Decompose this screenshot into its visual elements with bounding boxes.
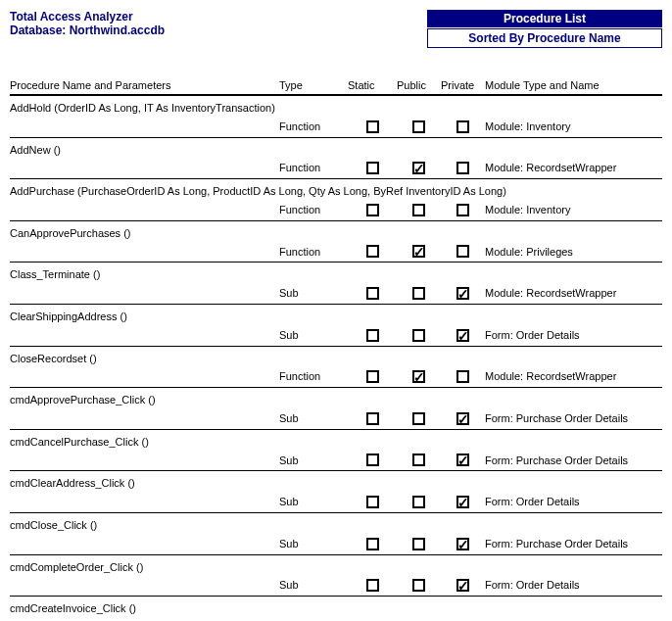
private-checkbox <box>441 411 485 425</box>
public-checkbox <box>397 495 441 508</box>
procedure-row: FunctionModule: RecordsetWrapper <box>10 368 662 386</box>
public-checkbox <box>397 119 441 133</box>
procedure-group: Class_Terminate ()SubModule: RecordsetWr… <box>10 263 662 305</box>
static-checkbox <box>348 579 397 593</box>
module-value: Form: Order Details <box>485 329 662 341</box>
procedure-name: CloseRecordset () <box>10 353 662 368</box>
type-value: Function <box>279 120 348 132</box>
private-checkbox <box>441 162 485 175</box>
module-value: Module: Inventory <box>485 120 662 132</box>
public-checkbox <box>397 286 441 300</box>
type-value: Function <box>279 162 348 173</box>
static-checkbox <box>348 537 397 550</box>
procedure-group: CloseRecordset ()FunctionModule: Records… <box>10 347 662 389</box>
procedure-row: SubForm: Order Details <box>10 493 662 510</box>
procedure-name: AddPurchase (PurchaseOrderID As Long, Pr… <box>10 185 662 201</box>
db-name: Northwind.accdb <box>70 24 165 37</box>
procedure-row: FunctionModule: Inventory <box>10 118 662 135</box>
procedure-name: AddNew () <box>10 144 662 160</box>
procedure-group: AddNew ()FunctionModule: RecordsetWrappe… <box>10 138 662 180</box>
db-label: Database: <box>10 24 66 37</box>
type-value: Function <box>279 370 348 382</box>
procedure-row: SubForm: Purchase Order Details <box>10 409 662 427</box>
private-checkbox <box>441 328 485 342</box>
type-value: Sub <box>279 329 348 341</box>
procedure-row: SubForm: Order Details <box>10 326 662 344</box>
procedure-name: cmdClearAddress_Click () <box>10 477 662 493</box>
public-checkbox <box>397 162 441 175</box>
static-checkbox <box>348 286 397 300</box>
static-checkbox <box>348 203 397 216</box>
module-value: Module: RecordsetWrapper <box>485 370 662 382</box>
report-title: Procedure List <box>427 10 662 27</box>
procedure-row: FunctionModule: Privileges <box>10 243 662 261</box>
type-value: Function <box>279 204 348 215</box>
procedure-group: cmdCancelPurchase_Click ()SubForm: Purch… <box>10 430 662 472</box>
report-subtitle: Sorted By Procedure Name <box>427 28 662 48</box>
module-value: Module: Privileges <box>485 246 662 258</box>
col-private: Private <box>441 79 485 91</box>
procedure-name: cmdCancelPurchase_Click () <box>10 436 662 452</box>
procedure-group: CanApprovePurchases ()FunctionModule: Pr… <box>10 221 662 263</box>
type-value: Sub <box>279 496 348 507</box>
module-value: Form: Order Details <box>485 496 662 507</box>
private-checkbox <box>441 454 485 467</box>
procedure-group: cmdCreateInvoice_Click ()SubForm: Order … <box>10 597 662 621</box>
public-checkbox <box>397 579 441 593</box>
procedure-group: AddHold (OrderID As Long, IT As Inventor… <box>10 96 662 138</box>
private-checkbox <box>441 245 485 259</box>
private-checkbox <box>441 537 485 550</box>
procedure-row: FunctionModule: RecordsetWrapper <box>10 160 662 177</box>
static-checkbox <box>348 411 397 425</box>
procedure-name: cmdApprovePurchase_Click () <box>10 394 662 409</box>
module-value: Form: Order Details <box>485 579 662 591</box>
module-value: Module: RecordsetWrapper <box>485 287 662 299</box>
procedure-name: cmdCreateInvoice_Click () <box>10 602 662 618</box>
module-value: Module: RecordsetWrapper <box>485 162 662 173</box>
procedure-group: cmdClose_Click ()SubForm: Purchase Order… <box>10 513 662 555</box>
public-checkbox <box>397 245 441 259</box>
public-checkbox <box>397 203 441 216</box>
static-checkbox <box>348 162 397 175</box>
type-value: Function <box>279 246 348 258</box>
col-name: Procedure Name and Parameters <box>10 79 279 91</box>
private-checkbox <box>441 203 485 216</box>
col-type: Type <box>279 79 348 91</box>
private-checkbox <box>441 370 485 384</box>
procedure-row: FunctionModule: Inventory <box>10 201 662 218</box>
module-value: Form: Purchase Order Details <box>485 538 662 549</box>
app-title: Total Access Analyzer <box>10 10 165 24</box>
procedure-row: SubForm: Purchase Order Details <box>10 535 662 552</box>
static-checkbox <box>348 495 397 508</box>
module-value: Form: Purchase Order Details <box>485 454 662 466</box>
private-checkbox <box>441 119 485 133</box>
type-value: Sub <box>279 287 348 299</box>
public-checkbox <box>397 537 441 550</box>
private-checkbox <box>441 579 485 593</box>
procedure-row: SubForm: Order Details <box>10 577 662 595</box>
procedure-row: SubModule: RecordsetWrapper <box>10 284 662 302</box>
procedure-name: CanApprovePurchases () <box>10 227 662 243</box>
public-checkbox <box>397 454 441 467</box>
module-value: Module: Inventory <box>485 204 662 215</box>
col-static: Static <box>348 79 397 91</box>
type-value: Sub <box>279 454 348 466</box>
procedure-name: AddHold (OrderID As Long, IT As Inventor… <box>10 102 662 118</box>
type-value: Sub <box>279 412 348 424</box>
static-checkbox <box>348 245 397 259</box>
public-checkbox <box>397 328 441 342</box>
column-headers: Procedure Name and Parameters Type Stati… <box>10 75 662 94</box>
procedure-name: cmdCompleteOrder_Click () <box>10 561 662 577</box>
procedure-group: AddPurchase (PurchaseOrderID As Long, Pr… <box>10 179 662 221</box>
col-module: Module Type and Name <box>485 79 662 91</box>
procedure-group: cmdApprovePurchase_Click ()SubForm: Purc… <box>10 388 662 430</box>
procedure-group: ClearShippingAddress ()SubForm: Order De… <box>10 305 662 347</box>
procedure-name: Class_Terminate () <box>10 268 662 284</box>
static-checkbox <box>348 328 397 342</box>
type-value: Sub <box>279 538 348 549</box>
public-checkbox <box>397 411 441 425</box>
private-checkbox <box>441 495 485 508</box>
static-checkbox <box>348 454 397 467</box>
procedure-group: cmdClearAddress_Click ()SubForm: Order D… <box>10 471 662 513</box>
col-public: Public <box>397 79 441 91</box>
